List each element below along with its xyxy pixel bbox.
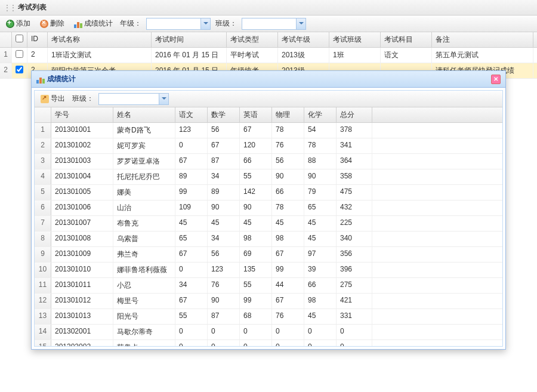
stats-row[interactable]: 14201302001马歇尔蒂奇000000	[35, 325, 502, 340]
cell-score: 475	[337, 185, 372, 200]
stats-row[interactable]: 13201301013阳光号5587687645331	[35, 309, 502, 325]
cell-remark: 第五单元测试	[432, 48, 533, 63]
col-sname[interactable]: 姓名	[113, 107, 175, 122]
cell-sid: 201301003	[51, 154, 113, 169]
cell-score: 69	[240, 247, 272, 262]
cell-score: 0	[208, 325, 240, 339]
col-s5[interactable]: 化学	[304, 107, 337, 122]
chevron-down-icon[interactable]	[159, 94, 168, 104]
add-icon	[6, 20, 14, 28]
cell-score: 34	[208, 232, 240, 246]
cell-time: 2016 年 01 月 15 日	[152, 48, 227, 63]
cell-sid: 201301004	[51, 169, 113, 184]
grade-combo[interactable]	[146, 18, 211, 30]
stats-row[interactable]: 15201302002范奥卡000000	[35, 340, 502, 346]
modal-header[interactable]: 成绩统计 ✕	[32, 71, 505, 88]
add-button[interactable]: 添加	[4, 17, 33, 30]
class-combo-input[interactable]	[242, 18, 296, 29]
cell-score: 89	[175, 169, 208, 184]
col-total[interactable]: 总分	[337, 107, 372, 122]
cell-score: 0	[337, 325, 372, 339]
cell-sid: 201301009	[51, 247, 113, 262]
cell-score: 90	[208, 200, 240, 215]
chevron-down-icon[interactable]	[296, 18, 305, 29]
class-filter-label: 班级：	[215, 18, 237, 29]
modal-class-combo[interactable]	[98, 93, 169, 105]
cell-sname: 小忍	[113, 278, 175, 293]
cell-score: 90	[240, 200, 272, 215]
grip-icon: ⋮⋮	[4, 4, 16, 12]
col-sid[interactable]: 学号	[51, 107, 113, 122]
cell-score: 39	[304, 263, 337, 277]
col-s1[interactable]: 语文	[175, 107, 208, 122]
cell-score: 98	[304, 294, 337, 308]
rownum: 10	[35, 263, 51, 277]
col-s2[interactable]: 数学	[208, 107, 240, 122]
rownum: 8	[35, 232, 51, 246]
stats-row[interactable]: 3201301003罗罗诺亚卓洛6787665688364	[35, 154, 502, 169]
close-button[interactable]: ✕	[491, 75, 501, 84]
cell-sid: 201302002	[51, 340, 113, 346]
cell-sname: 蒙奇D路飞	[113, 123, 175, 138]
rownum: 12	[35, 294, 51, 308]
cell-score: 0	[240, 325, 272, 339]
stats-modal: 成绩统计 ✕ 导出 班级： 学号 姓名 语文 数学 英语 物理 化学	[31, 70, 506, 350]
stats-row[interactable]: 12201301012梅里号6790996798421	[35, 294, 502, 309]
col-s4[interactable]: 物理	[272, 107, 304, 122]
cell-score: 0	[337, 340, 372, 346]
col-name[interactable]: 考试名称	[48, 32, 152, 47]
rownum: 14	[35, 325, 51, 339]
rownum: 6	[35, 200, 51, 215]
col-s3[interactable]: 英语	[240, 107, 272, 122]
modal-class-input[interactable]	[99, 94, 159, 104]
stats-row[interactable]: 1201301001蒙奇D路飞12356677854378	[35, 123, 502, 138]
stats-button[interactable]: 成绩统计	[72, 17, 115, 30]
cell-score: 34	[175, 278, 208, 293]
stats-row[interactable]: 10201301010娜菲鲁塔利薇薇01231359939396	[35, 263, 502, 278]
cell-score: 66	[240, 154, 272, 169]
cell-sname: 范奥卡	[113, 340, 175, 346]
row-checkbox[interactable]	[12, 48, 27, 63]
cell-score: 0	[175, 325, 208, 339]
grade-combo-input[interactable]	[147, 18, 200, 29]
stats-grid-body[interactable]: 1201301001蒙奇D路飞123566778543782201301002妮…	[35, 123, 502, 346]
cell-score: 0	[272, 325, 304, 339]
cell-score: 135	[240, 263, 272, 277]
cell-score: 67	[272, 294, 304, 308]
exam-row[interactable]: 121班语文测试2016 年 01 月 15 日平时考试2013级1班语文第五单…	[0, 48, 537, 63]
chevron-down-icon[interactable]	[200, 18, 210, 29]
stats-row[interactable]: 4201301004托尼托尼乔巴8934559090358	[35, 169, 502, 185]
cell-score: 341	[337, 138, 372, 153]
checkbox-header[interactable]	[12, 32, 27, 47]
rownum: 11	[35, 278, 51, 293]
stats-row[interactable]: 6201301006山治10990907865432	[35, 200, 502, 216]
rownum: 4	[35, 169, 51, 184]
cell-sid: 201301001	[51, 123, 113, 138]
modal-body: 导出 班级： 学号 姓名 语文 数学 英语 物理 化学 总分 120130100…	[34, 90, 503, 347]
cell-score: 78	[272, 200, 304, 215]
col-grade[interactable]: 考试年级	[278, 32, 329, 47]
export-button[interactable]: 导出	[38, 92, 67, 105]
cell-sid: 201301002	[51, 138, 113, 153]
stats-row[interactable]: 9201301009弗兰奇6756696797356	[35, 247, 502, 263]
col-id[interactable]: ID	[27, 32, 48, 47]
col-subject[interactable]: 考试科目	[381, 32, 432, 47]
class-combo[interactable]	[242, 18, 306, 30]
stats-row[interactable]: 2201301002妮可罗宾0671207678341	[35, 138, 502, 154]
stats-row[interactable]: 8201301008乌索普6534989845340	[35, 232, 502, 247]
cell-sid: 201301013	[51, 309, 113, 324]
delete-button[interactable]: 删除	[38, 17, 67, 30]
stats-row[interactable]: 11201301011小忍3476554466275	[35, 278, 502, 294]
cell-score: 340	[337, 232, 372, 246]
stats-row[interactable]: 7201301007布鲁克4545454545225	[35, 216, 502, 232]
cell-score: 44	[272, 278, 304, 293]
stats-icon	[36, 75, 45, 84]
col-remark[interactable]: 备注	[432, 32, 533, 47]
col-time[interactable]: 考试时间	[152, 32, 227, 47]
row-checkbox[interactable]	[12, 63, 27, 78]
col-type[interactable]: 考试类型	[227, 32, 278, 47]
stats-row[interactable]: 5201301005娜美99891426679475	[35, 185, 502, 200]
col-class[interactable]: 考试班级	[329, 32, 381, 47]
cell-score: 99	[240, 294, 272, 308]
cell-score: 87	[208, 309, 240, 324]
